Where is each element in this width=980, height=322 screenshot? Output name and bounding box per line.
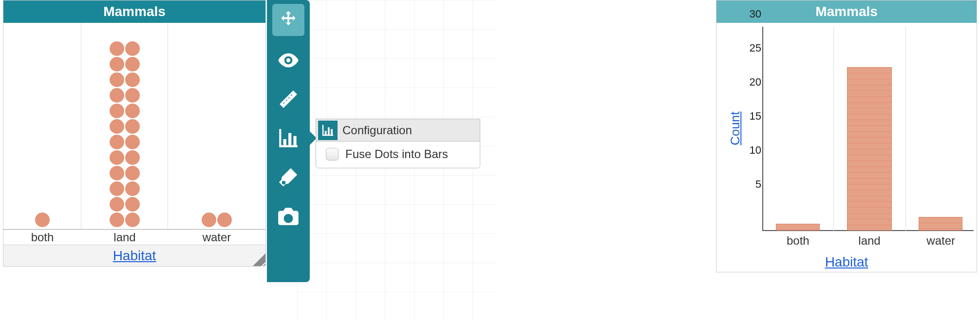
dot-plot-x-label-row: Habitat — [3, 245, 265, 266]
data-dot — [125, 135, 140, 149]
dot-plot-panel: Mammals both land water Habitat — [3, 0, 266, 267]
fuse-dots-label: Fuse Dots into Bars — [345, 147, 448, 161]
data-dot — [125, 150, 140, 165]
svg-point-0 — [286, 58, 290, 62]
ruler-icon — [277, 88, 300, 111]
dot-plot-x-ticks: both land water — [3, 229, 265, 245]
data-dot — [125, 104, 140, 118]
dot-column-both — [3, 23, 81, 229]
configuration-popover-header: Configuration — [316, 119, 480, 141]
fuse-dots-checkbox[interactable] — [326, 148, 339, 161]
dot-x-tick-water: water — [168, 230, 265, 245]
camera-tool-button[interactable] — [267, 197, 310, 235]
y-tick-label: 20 — [750, 76, 761, 89]
configuration-header-label: Configuration — [342, 124, 412, 137]
dot-x-tick-land: land — [81, 230, 168, 245]
y-tick-label: 25 — [750, 42, 761, 54]
data-dot — [125, 119, 140, 134]
data-dot — [125, 57, 140, 72]
bar-chart-panel: Mammals Count 51015202530 both land wate… — [716, 0, 977, 272]
dot-column-land — [81, 23, 168, 229]
data-dot — [125, 88, 140, 103]
column-divider — [833, 27, 834, 231]
visibility-tool-button[interactable] — [267, 41, 310, 80]
data-dot — [125, 166, 140, 180]
chart-config-tool-button[interactable] — [267, 119, 310, 158]
dot-plot-title: Mammals — [3, 0, 265, 23]
data-dot — [110, 119, 124, 134]
paint-tool-button[interactable] — [267, 158, 310, 197]
data-dot — [35, 213, 50, 227]
data-dot — [110, 104, 124, 118]
data-bar — [776, 224, 820, 231]
dot-x-tick-both: both — [3, 230, 81, 245]
data-dot — [110, 166, 124, 180]
data-dot — [110, 213, 124, 227]
y-tick-label: 15 — [750, 110, 761, 123]
bar-x-tick-land: land — [834, 234, 905, 252]
bar-x-tick-both: both — [762, 234, 834, 252]
dot-plot-area — [3, 23, 265, 229]
data-dot — [110, 41, 124, 56]
data-dot — [110, 181, 124, 196]
configuration-header-icon — [318, 121, 338, 140]
data-dot — [110, 72, 124, 87]
data-bar — [919, 217, 962, 231]
bar-chart-x-label-row: Habitat — [716, 252, 977, 272]
bar-chart-x-axis-label[interactable]: Habitat — [825, 254, 868, 270]
bar-chart-x-ticks: both land water — [716, 234, 977, 252]
data-dot — [110, 88, 124, 103]
data-dot — [125, 197, 140, 212]
dot-column-water — [168, 23, 265, 229]
data-dot — [202, 213, 216, 227]
data-dot — [110, 57, 124, 72]
y-axis-line — [762, 27, 763, 231]
move-icon — [278, 9, 299, 31]
data-dot — [110, 197, 124, 212]
data-dot — [110, 150, 124, 165]
paintbrush-icon — [277, 166, 300, 188]
side-toolbar — [267, 0, 310, 282]
dot-plot-x-axis-label[interactable]: Habitat — [113, 248, 156, 264]
data-dot — [125, 213, 140, 227]
move-tool-button[interactable] — [272, 4, 304, 36]
bar-x-tick-water: water — [905, 234, 977, 252]
eye-icon — [276, 48, 301, 72]
resize-handle-icon[interactable] — [253, 253, 265, 266]
bar-chart-plot-area: Count 51015202530 — [716, 23, 977, 234]
column-divider — [905, 27, 906, 231]
camera-icon — [276, 204, 301, 228]
data-dot — [110, 135, 124, 149]
data-bar — [847, 67, 892, 231]
y-tick-label: 30 — [750, 8, 761, 20]
data-dot — [125, 72, 140, 87]
bar-chart-icon — [276, 126, 301, 150]
y-tick-label: 10 — [750, 144, 761, 157]
data-dot — [217, 213, 232, 227]
configuration-popover: Configuration Fuse Dots into Bars — [316, 119, 480, 168]
bar-chart-y-axis-label[interactable]: Count — [728, 111, 743, 145]
data-dot — [125, 181, 140, 196]
configuration-popover-body: Fuse Dots into Bars — [316, 141, 480, 168]
data-dot — [125, 41, 140, 56]
y-tick-label: 5 — [755, 178, 761, 191]
bar-chart-icon — [320, 123, 335, 138]
ruler-tool-button[interactable] — [267, 80, 310, 119]
